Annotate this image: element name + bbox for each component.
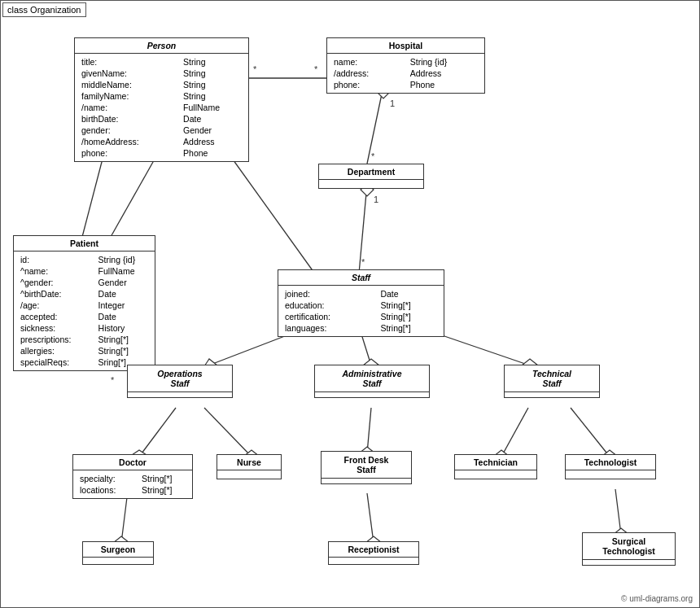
svg-line-32 — [571, 408, 610, 457]
surgeon-title: Surgeon — [83, 542, 153, 558]
doctor-title: Doctor — [73, 455, 192, 470]
svg-text:*: * — [111, 375, 115, 385]
svg-line-36 — [367, 493, 374, 543]
svg-text:*: * — [314, 64, 318, 74]
department-class: Department — [318, 164, 424, 189]
svg-line-10 — [359, 184, 367, 273]
nurse-class: Nurse — [217, 454, 282, 479]
patient-body: id:String {id} ^name:FullName ^gender:Ge… — [14, 252, 155, 370]
staff-title: Staff — [278, 270, 444, 286]
technologist-class: Technologist — [565, 454, 656, 479]
person-title: Person — [75, 38, 248, 54]
surgical-technologist-class: SurgicalTechnologist — [582, 532, 676, 566]
svg-line-24 — [139, 408, 176, 457]
svg-text:1: 1 — [390, 98, 395, 108]
surgeon-class: Surgeon — [82, 541, 154, 565]
doctor-body: specialty:String[*] locations:String[*] — [73, 470, 192, 498]
staff-body: joined:Date education:String[*] certific… — [278, 286, 444, 336]
person-class: Person title:String givenName:String mid… — [74, 37, 249, 162]
doctor-class: Doctor specialty:String[*] locations:Str… — [72, 454, 193, 499]
svg-line-30 — [501, 408, 528, 457]
svg-text:*: * — [371, 151, 375, 161]
svg-line-34 — [121, 497, 127, 543]
technical-staff-title: TechnicalStaff — [505, 365, 599, 392]
hospital-title: Hospital — [327, 38, 484, 54]
svg-text:*: * — [253, 64, 257, 74]
hospital-class: Hospital name:String {id} /address:Addre… — [326, 37, 485, 94]
front-desk-staff-class: Front DeskStaff — [321, 451, 412, 484]
svg-line-6 — [367, 86, 383, 164]
hospital-body: name:String {id} /address:Address phone:… — [327, 54, 484, 93]
nurse-title: Nurse — [217, 455, 281, 470]
svg-line-26 — [204, 408, 252, 457]
technologist-title: Technologist — [566, 455, 655, 470]
department-title: Department — [319, 164, 423, 180]
patient-title: Patient — [14, 236, 155, 252]
front-desk-staff-title: Front DeskStaff — [322, 452, 411, 479]
operations-staff-class: OperationsStaff — [127, 365, 233, 398]
person-body: title:String givenName:String middleName… — [75, 54, 248, 161]
receptionist-title: Receptionist — [329, 542, 418, 558]
technician-title: Technician — [455, 455, 536, 470]
patient-class: Patient id:String {id} ^name:FullName ^g… — [13, 235, 155, 371]
technician-class: Technician — [454, 454, 537, 479]
department-body — [319, 180, 423, 188]
diagram-title: class Organization — [2, 2, 86, 17]
uml-diagram: class Organization * * 1 * 1 — [0, 0, 700, 608]
copyright: © uml-diagrams.org — [621, 594, 693, 603]
technical-staff-class: TechnicalStaff — [504, 365, 600, 398]
staff-class: Staff joined:Date education:String[*] ce… — [278, 269, 444, 337]
svg-text:*: * — [361, 257, 365, 267]
svg-line-28 — [367, 408, 371, 453]
administrative-staff-class: AdministrativeStaff — [314, 365, 430, 398]
svg-line-38 — [615, 489, 621, 535]
receptionist-class: Receptionist — [328, 541, 419, 565]
operations-staff-title: OperationsStaff — [128, 365, 232, 392]
administrative-staff-title: AdministrativeStaff — [315, 365, 429, 392]
svg-text:1: 1 — [374, 195, 378, 204]
surgical-technologist-title: SurgicalTechnologist — [583, 533, 675, 560]
